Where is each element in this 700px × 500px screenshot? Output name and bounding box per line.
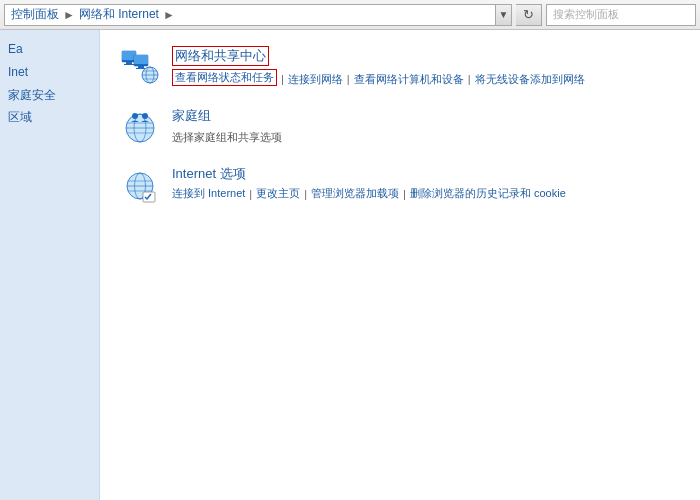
link-connect-network[interactable]: 连接到网络 — [288, 72, 343, 87]
link-sep-5: | — [304, 188, 307, 200]
internet-options-links: 连接到 Internet | 更改主页 | 管理浏览器加载项 | 删除浏览器的历… — [172, 186, 680, 201]
breadcrumb-sep1: ► — [63, 8, 75, 22]
homegroup-title[interactable]: 家庭组 — [172, 107, 211, 125]
homegroup-svg — [121, 108, 159, 146]
breadcrumb-container: 控制面板 ► 网络和 Internet ► — [4, 4, 496, 26]
breadcrumb-sep2: ► — [163, 8, 175, 22]
internet-options-content: Internet 选项 连接到 Internet | 更改主页 | 管理浏览器加… — [172, 165, 680, 201]
sidebar-item-inet[interactable]: Inet — [0, 61, 99, 84]
chevron-down-icon: ▼ — [499, 9, 509, 20]
content-area: 网络和共享中心 查看网络状态和任务 | 连接到网络 | 查看网络计算机和设备 |… — [100, 30, 700, 500]
sidebar-label-ea: Ea — [8, 42, 23, 56]
link-sep-6: | — [403, 188, 406, 200]
svg-point-18 — [132, 113, 138, 119]
svg-rect-5 — [134, 55, 148, 64]
sidebar-item-ea[interactable]: Ea — [0, 38, 99, 61]
homegroup-icon — [120, 107, 160, 147]
address-bar: 控制面板 ► 网络和 Internet ► ▼ ↻ 搜索控制面板 — [0, 0, 700, 30]
svg-rect-6 — [138, 66, 144, 68]
main-container: Ea Inet 家庭安全 区域 — [0, 30, 700, 500]
sidebar-label-inet: Inet — [8, 65, 28, 79]
link-sep-3: | — [468, 73, 471, 85]
link-add-wireless[interactable]: 将无线设备添加到网络 — [475, 72, 585, 87]
sidebar: Ea Inet 家庭安全 区域 — [0, 30, 100, 500]
svg-rect-3 — [124, 64, 134, 65]
search-placeholder-text: 搜索控制面板 — [553, 7, 619, 22]
link-connect-internet[interactable]: 连接到 Internet — [172, 186, 245, 201]
link-manage-addons[interactable]: 管理浏览器加载项 — [311, 186, 399, 201]
breadcrumb-network[interactable]: 网络和 Internet — [79, 6, 159, 23]
svg-point-19 — [142, 113, 148, 119]
link-sep-2: | — [347, 73, 350, 85]
address-dropdown-button[interactable]: ▼ — [496, 4, 512, 26]
homegroup-content: 家庭组 选择家庭组和共享选项 — [172, 107, 680, 145]
sidebar-label-family-safety: 家庭安全 — [8, 88, 56, 102]
search-box[interactable]: 搜索控制面板 — [546, 4, 696, 26]
section-homegroup: 家庭组 选择家庭组和共享选项 — [120, 107, 680, 147]
link-sep-4: | — [249, 188, 252, 200]
sidebar-item-region[interactable]: 区域 — [0, 106, 99, 129]
network-sharing-title-container: 网络和共享中心 — [172, 46, 680, 69]
network-sharing-content: 网络和共享中心 查看网络状态和任务 | 连接到网络 | 查看网络计算机和设备 |… — [172, 46, 680, 89]
link-delete-history[interactable]: 删除浏览器的历史记录和 cookie — [410, 186, 566, 201]
network-sharing-title[interactable]: 网络和共享中心 — [172, 46, 269, 66]
section-internet-options: Internet 选项 连接到 Internet | 更改主页 | 管理浏览器加… — [120, 165, 680, 205]
section-network-sharing: 网络和共享中心 查看网络状态和任务 | 连接到网络 | 查看网络计算机和设备 |… — [120, 46, 680, 89]
svg-rect-2 — [126, 62, 132, 64]
sidebar-item-family-safety[interactable]: 家庭安全 — [0, 84, 99, 107]
homegroup-subtitle: 选择家庭组和共享选项 — [172, 130, 680, 145]
breadcrumb-controlpanel[interactable]: 控制面板 — [11, 6, 59, 23]
link-sep-1: | — [281, 73, 284, 85]
link-view-computers[interactable]: 查看网络计算机和设备 — [354, 72, 464, 87]
network-sharing-subtitle[interactable]: 查看网络状态和任务 — [172, 69, 277, 86]
refresh-icon: ↻ — [523, 7, 534, 22]
link-change-homepage[interactable]: 更改主页 — [256, 186, 300, 201]
sidebar-label-region: 区域 — [8, 110, 32, 124]
refresh-button[interactable]: ↻ — [516, 4, 542, 26]
internet-options-title[interactable]: Internet 选项 — [172, 165, 246, 183]
breadcrumb: 控制面板 ► 网络和 Internet ► — [11, 6, 177, 23]
network-sharing-svg — [121, 47, 159, 85]
internet-options-svg — [121, 166, 159, 204]
network-sharing-links: 查看网络状态和任务 | 连接到网络 | 查看网络计算机和设备 | 将无线设备添加… — [172, 69, 680, 89]
internet-options-icon — [120, 165, 160, 205]
network-icon — [120, 46, 160, 86]
